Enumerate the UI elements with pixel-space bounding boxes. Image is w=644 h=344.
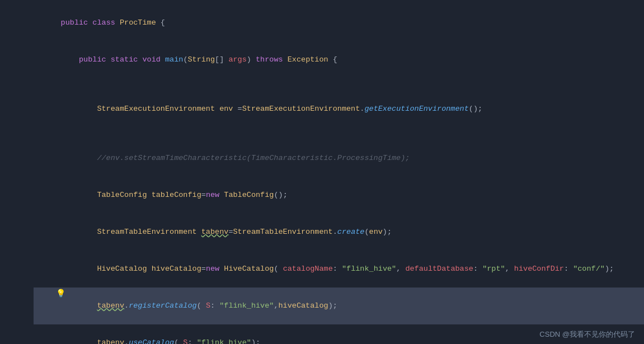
code-line-9: HiveCatalog hiveCatalog=new HiveCatalog(… xyxy=(34,251,644,288)
code-line-1: public class ProcTime { xyxy=(34,4,644,41)
code-line-4: StreamExecutionEnvironment env =StreamEx… xyxy=(34,91,644,128)
code-line-3 xyxy=(34,78,644,91)
watermark: CSDN @我看不见你的代码了 xyxy=(539,329,635,340)
code-line-7: TableConfig tableConfig=new TableConfig(… xyxy=(34,177,644,214)
watermark-site: CSDN xyxy=(539,330,560,338)
watermark-author: @我看不见你的代码了 xyxy=(562,330,635,338)
code-editor: public class ProcTime { public static vo… xyxy=(0,0,644,344)
gutter-icon-10: 💡 xyxy=(56,288,65,300)
code-line-6: //env.setStreamTimeCharacteristic(TimeCh… xyxy=(34,140,644,177)
code-line-8: StreamTableEnvironment tabenv=StreamTabl… xyxy=(34,214,644,251)
code-line-10: 💡 tabenv.registerCatalog( S: "flink_hive… xyxy=(34,288,644,324)
code-line-5 xyxy=(34,128,644,140)
code-line-2: public static void main(String[] args) t… xyxy=(34,41,644,78)
